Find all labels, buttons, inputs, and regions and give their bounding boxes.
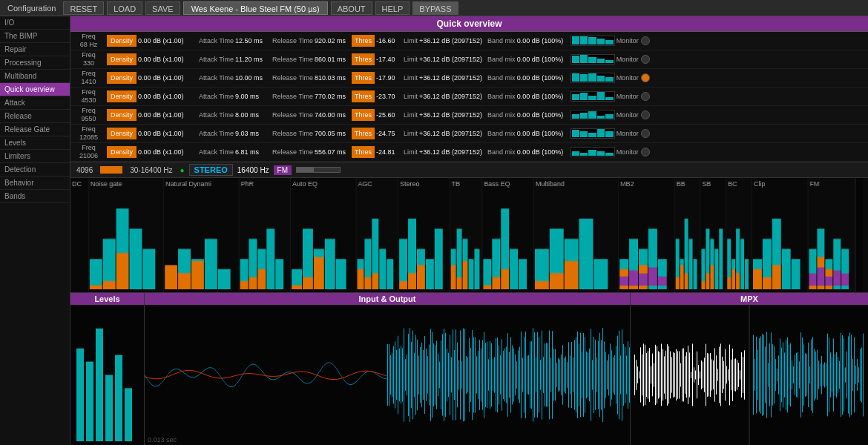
freq-label-6: Freq21006 bbox=[72, 144, 105, 160]
band-mix-label-0: Band mix bbox=[487, 37, 516, 44]
sidebar-item-release-gate[interactable]: Release Gate bbox=[0, 123, 70, 136]
band-mix-val-4: 0.00 dB (100%) bbox=[517, 111, 569, 119]
limit-val-6: +36.12 dB (2097152) bbox=[419, 148, 486, 156]
monitor-btn-0[interactable]: Monitor bbox=[617, 36, 650, 45]
meter-mini-2 bbox=[571, 73, 615, 83]
thres-label-3[interactable]: Thres bbox=[352, 90, 375, 102]
attack-label-3: Attack Time bbox=[199, 93, 234, 100]
freq-label-1: Freq330 bbox=[72, 51, 105, 67]
release-val-1: 860.01 ms bbox=[315, 56, 350, 63]
density-btn-2[interactable]: Density bbox=[107, 72, 137, 84]
sp-slider[interactable] bbox=[296, 167, 341, 173]
levels-title: Levels bbox=[70, 293, 144, 305]
config-label: Configuration bbox=[3, 4, 60, 13]
sidebar-item-multiband[interactable]: Multiband bbox=[0, 70, 70, 83]
sidebar-item-i/o[interactable]: I/O bbox=[0, 16, 70, 30]
thres-label-5[interactable]: Thres bbox=[352, 128, 375, 139]
release-val-5: 700.05 ms bbox=[315, 130, 350, 137]
thres-val-3: -23.70 bbox=[376, 93, 402, 100]
io-time: 0.013 sec bbox=[148, 436, 177, 444]
monitor-btn-5[interactable]: Monitor bbox=[617, 129, 650, 138]
density-val-6: 0.00 dB (x1.00) bbox=[138, 148, 197, 156]
attack-val-3: 9.00 ms bbox=[235, 93, 271, 100]
sidebar-item-attack[interactable]: Attack bbox=[0, 96, 70, 110]
thres-label-1[interactable]: Thres bbox=[352, 53, 375, 65]
attack-label-0: Attack Time bbox=[199, 37, 234, 44]
band-mix-val-5: 0.00 dB (100%) bbox=[517, 130, 569, 137]
attack-val-6: 6.81 ms bbox=[235, 148, 271, 156]
signal-path: 4096 30-16400 Hz ● STEREO 16400 Hz FM bbox=[70, 162, 868, 178]
sidebar-item-limiters[interactable]: Limiters bbox=[0, 150, 70, 163]
band-row-1: Freq330 Density 0.00 dB (x1.00) Attack T… bbox=[70, 50, 868, 69]
sidebar-item-detection[interactable]: Detection bbox=[0, 163, 70, 177]
sidebar-item-processing[interactable]: Processing bbox=[0, 56, 70, 70]
monitor-btn-1[interactable]: Monitor bbox=[617, 55, 650, 64]
freq-label-2: Freq1410 bbox=[72, 70, 105, 86]
monitor-dot-1 bbox=[641, 55, 650, 64]
meter-mini-0 bbox=[571, 36, 615, 46]
sidebar-item-release[interactable]: Release bbox=[0, 110, 70, 123]
band-mix-label-1: Band mix bbox=[487, 56, 516, 63]
thres-label-4[interactable]: Thres bbox=[352, 109, 375, 121]
sidebar-item-levels[interactable]: Levels bbox=[0, 136, 70, 150]
thres-val-2: -17.90 bbox=[376, 74, 402, 82]
sidebar: I/OThe BIMPRepairProcessingMultibandQuic… bbox=[0, 16, 70, 445]
meter-mini-4 bbox=[571, 110, 615, 120]
monitor-btn-6[interactable]: Monitor bbox=[617, 148, 650, 156]
monitor-btn-3[interactable]: Monitor bbox=[617, 92, 650, 101]
bypass-button[interactable]: BYPASS bbox=[412, 1, 458, 15]
attack-val-5: 9.03 ms bbox=[235, 130, 271, 137]
density-btn-5[interactable]: Density bbox=[107, 128, 137, 139]
release-label-3: Release Time bbox=[272, 93, 313, 100]
thres-val-0: -16.60 bbox=[376, 37, 402, 44]
sidebar-item-bands[interactable]: Bands bbox=[0, 190, 70, 203]
help-button[interactable]: HELP bbox=[375, 1, 410, 15]
thres-label-0[interactable]: Thres bbox=[352, 35, 375, 47]
band-mix-val-0: 0.00 dB (100%) bbox=[517, 37, 569, 44]
mpx-canvas bbox=[631, 305, 868, 445]
monitor-dot-0 bbox=[641, 36, 650, 45]
density-btn-3[interactable]: Density bbox=[107, 90, 137, 102]
monitor-btn-2[interactable]: Monitor bbox=[617, 73, 650, 82]
preset-label[interactable]: Wes Keene - Blue Steel FM (50 µs) bbox=[183, 1, 328, 15]
sidebar-item-repair[interactable]: Repair bbox=[0, 43, 70, 56]
mpx-title: MPX bbox=[631, 293, 868, 305]
sidebar-item-behavior[interactable]: Behavior bbox=[0, 177, 70, 190]
thres-label-6[interactable]: Thres bbox=[352, 146, 375, 158]
sp-green-dot: ● bbox=[180, 166, 185, 174]
attack-val-2: 10.00 ms bbox=[235, 74, 271, 82]
density-btn-4[interactable]: Density bbox=[107, 109, 137, 121]
limit-label-3: Limit bbox=[404, 93, 418, 100]
mpx-panel: MPX bbox=[631, 293, 868, 445]
sidebar-item-quick-overview[interactable]: Quick overview bbox=[0, 83, 70, 96]
monitor-dot-6 bbox=[641, 148, 650, 156]
release-val-4: 740.00 ms bbox=[315, 111, 350, 119]
release-val-2: 810.03 ms bbox=[315, 74, 350, 82]
sidebar-items: I/OThe BIMPRepairProcessingMultibandQuic… bbox=[0, 16, 70, 203]
thres-label-2[interactable]: Thres bbox=[352, 72, 375, 84]
monitor-dot-3 bbox=[641, 92, 650, 101]
limit-label-5: Limit bbox=[404, 130, 418, 137]
io-content: 0.013 sec bbox=[145, 305, 630, 445]
save-button[interactable]: SAVE bbox=[145, 1, 180, 15]
sidebar-item-the-bimp[interactable]: The BIMP bbox=[0, 30, 70, 43]
content-area: Quick overview Freq68 Hz Density 0.00 dB… bbox=[70, 16, 868, 445]
about-button[interactable]: ABOUT bbox=[331, 1, 372, 15]
band-mix-label-4: Band mix bbox=[487, 111, 516, 119]
density-btn-1[interactable]: Density bbox=[107, 53, 137, 65]
density-btn-6[interactable]: Density bbox=[107, 146, 137, 158]
mpx-content bbox=[631, 305, 868, 445]
io-title: Input & Output bbox=[145, 293, 630, 305]
freq-label-3: Freq4530 bbox=[72, 88, 105, 105]
load-button[interactable]: LOAD bbox=[107, 1, 142, 15]
reset-button[interactable]: RESET bbox=[63, 1, 104, 15]
band-mix-val-3: 0.00 dB (100%) bbox=[517, 93, 569, 100]
monitor-btn-4[interactable]: Monitor bbox=[617, 111, 650, 119]
band-mix-label-2: Band mix bbox=[487, 74, 516, 82]
sp-range: 30-16400 Hz bbox=[127, 165, 175, 175]
density-btn-0[interactable]: Density bbox=[107, 35, 137, 47]
limit-label-2: Limit bbox=[404, 74, 418, 82]
band-row-0: Freq68 Hz Density 0.00 dB (x1.00) Attack… bbox=[70, 32, 868, 50]
thres-val-6: -24.81 bbox=[376, 148, 402, 156]
release-val-0: 920.02 ms bbox=[315, 37, 350, 44]
